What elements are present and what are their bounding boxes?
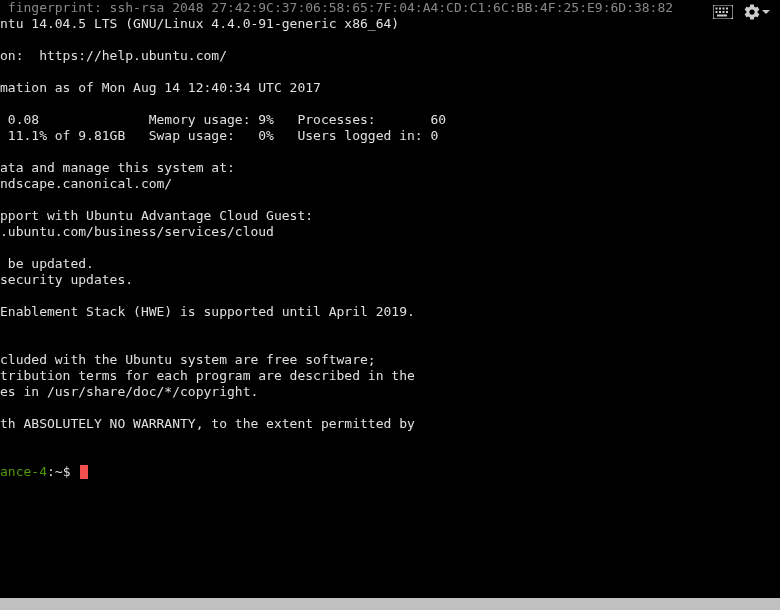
header-bar xyxy=(0,0,780,24)
help-line: on: https://help.ubuntu.com/ xyxy=(0,48,227,63)
updates-line-1: be updated. xyxy=(0,256,94,271)
svg-rect-3 xyxy=(723,8,725,10)
svg-rect-5 xyxy=(716,11,718,13)
svg-rect-4 xyxy=(726,8,728,10)
sysinfo-line: mation as of Mon Aug 14 12:40:34 UTC 201… xyxy=(0,80,321,95)
svg-rect-1 xyxy=(716,8,718,10)
terminal-content[interactable]: fingerprint: ssh-rsa 2048 27:42:9C:37:06… xyxy=(0,0,780,480)
bottom-strip xyxy=(0,598,780,610)
svg-rect-6 xyxy=(719,11,721,13)
manage-line-1: ata and manage this system at: xyxy=(0,160,235,175)
warranty-line: th ABSOLUTELY NO WARRANTY, to the extent… xyxy=(0,416,415,431)
legal-line-2: tribution terms for each program are des… xyxy=(0,368,415,383)
updates-line-2: security updates. xyxy=(0,272,133,287)
stats-line-1: 0.08 Memory usage: 9% Processes: 60 xyxy=(0,112,446,127)
legal-line-3: es in /usr/share/doc/*/copyright. xyxy=(0,384,258,399)
gear-icon[interactable] xyxy=(743,3,770,21)
terminal-window: fingerprint: ssh-rsa 2048 27:42:9C:37:06… xyxy=(0,0,780,598)
hwe-line: Enablement Stack (HWE) is supported unti… xyxy=(0,304,415,319)
prompt-user: ance-4 xyxy=(0,464,47,479)
stats-line-2: 11.1% of 9.81GB Swap usage: 0% Users log… xyxy=(0,128,438,143)
manage-line-2: ndscape.canonical.com/ xyxy=(0,176,172,191)
keyboard-icon[interactable] xyxy=(713,5,733,19)
cursor xyxy=(80,465,88,479)
svg-rect-8 xyxy=(726,11,728,13)
prompt-symbol: $ xyxy=(63,464,71,479)
svg-rect-7 xyxy=(723,11,725,13)
legal-line-1: cluded with the Ubuntu system are free s… xyxy=(0,352,376,367)
prompt-path: :~ xyxy=(47,464,63,479)
advantage-line-2: .ubuntu.com/business/services/cloud xyxy=(0,224,274,239)
svg-rect-9 xyxy=(717,15,727,17)
svg-rect-2 xyxy=(719,8,721,10)
advantage-line-1: pport with Ubuntu Advantage Cloud Guest: xyxy=(0,208,313,223)
